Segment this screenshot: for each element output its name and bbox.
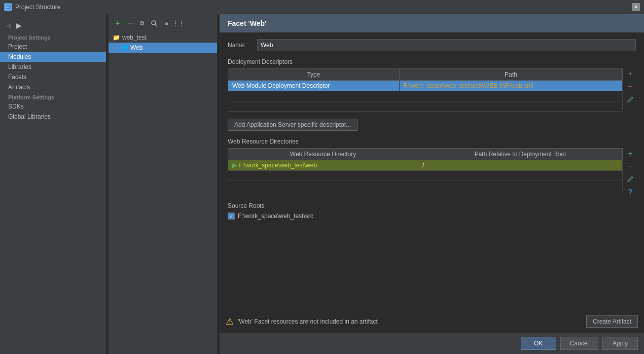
web-icon: 🌐 xyxy=(121,44,128,51)
title-bar: Project Structure ✕ xyxy=(0,0,644,14)
web-resource-col-dir: Web Resource Directory xyxy=(228,149,418,160)
apply-button[interactable]: Apply xyxy=(602,337,638,350)
sidebar: ◀ ▶ Project Settings Project Modules Lib… xyxy=(0,14,106,354)
sidebar-item-modules-label: Modules xyxy=(8,53,31,60)
copy-module-button[interactable]: ⧉ xyxy=(137,18,147,28)
content-body: Name: Deployment Descriptors Type Path xyxy=(220,33,644,310)
platform-settings-label: Platform Settings xyxy=(0,92,106,101)
deployment-col-type: Type xyxy=(228,69,400,81)
tree-item-web_test-label: web_test xyxy=(122,34,147,41)
sidebar-item-project[interactable]: Project xyxy=(0,42,106,52)
facet-title: Facet 'Web' xyxy=(228,19,266,27)
tree-panel: + − ⧉ ≡ ⋮⋮ 📁 web_test xyxy=(109,14,218,354)
web-resource-col-path: Path Relative to Deployment Root xyxy=(418,149,623,160)
deployment-table-container: Type Path Web Module Deployment Descript… xyxy=(228,68,623,114)
remove-module-button[interactable]: − xyxy=(125,18,135,28)
sidebar-item-artifacts[interactable]: Artifacts xyxy=(0,82,106,92)
bottom-bar: OK Cancel Apply xyxy=(220,332,644,354)
web-resource-empty-row2 xyxy=(228,181,623,191)
nav-arrows: ◀ ▶ xyxy=(0,18,106,32)
ok-button[interactable]: OK xyxy=(521,337,556,350)
web-resource-section-label: Web Resource Directories xyxy=(228,138,636,145)
sidebar-item-project-label: Project xyxy=(8,43,27,50)
search-module-button[interactable] xyxy=(149,18,159,28)
svg-rect-2 xyxy=(6,7,9,8)
tree-item-web-label: Web xyxy=(130,44,142,51)
sidebar-item-libraries[interactable]: Libraries xyxy=(0,62,106,72)
sidebar-item-sdks[interactable]: SDKs xyxy=(0,101,106,112)
tree-item-web[interactable]: 🌐 Web xyxy=(109,43,217,53)
source-root-checkbox[interactable]: ✓ xyxy=(228,213,235,220)
sidebar-item-global-libraries-label: Global Libraries xyxy=(8,113,51,120)
source-root-row: ✓ F:\work_space\web_test\src xyxy=(228,213,636,220)
project-settings-label: Project Settings xyxy=(0,32,106,42)
deployment-empty-row2 xyxy=(228,101,623,112)
source-root-path: F:\work_space\web_test\src xyxy=(238,213,313,220)
svg-point-4 xyxy=(152,21,156,25)
add-server-descriptor-button[interactable]: Add Application Server specific descript… xyxy=(228,119,357,131)
web-resource-empty-row xyxy=(228,171,623,181)
web-resource-path-cell: / xyxy=(418,160,623,171)
add-module-button[interactable]: + xyxy=(113,18,123,28)
web-resource-remove-button[interactable]: − xyxy=(625,161,636,172)
deployment-remove-button[interactable]: − xyxy=(625,81,636,92)
name-input[interactable] xyxy=(257,39,636,51)
tree-item-web_test[interactable]: 📁 web_test xyxy=(109,32,217,43)
create-artifact-button[interactable]: Create Artifact xyxy=(586,315,638,328)
sidebar-item-libraries-label: Libraries xyxy=(8,63,31,70)
deployment-edit-button[interactable] xyxy=(625,94,636,105)
name-row: Name: xyxy=(228,39,636,51)
warning-icon: ⚠ xyxy=(226,316,234,327)
tree-toolbar: + − ⧉ ≡ ⋮⋮ xyxy=(109,16,217,32)
sort-button[interactable]: ≡ xyxy=(161,18,171,28)
sidebar-item-global-libraries[interactable]: Global Libraries xyxy=(0,112,106,122)
deployment-type-cell: Web Module Deployment Descriptor xyxy=(228,81,400,91)
web-resource-help-button[interactable]: ? xyxy=(625,186,636,197)
sidebar-item-sdks-label: SDKs xyxy=(8,103,24,110)
warning-left: ⚠ 'Web' Facet resources are not included… xyxy=(226,316,378,327)
web-resource-table: Web Resource Directory Path Relative to … xyxy=(228,148,623,191)
facet-header: Facet 'Web' xyxy=(220,14,644,33)
sidebar-item-artifacts-label: Artifacts xyxy=(8,84,30,91)
close-button[interactable]: ✕ xyxy=(632,3,640,11)
warning-text: 'Web' Facet resources are not included i… xyxy=(238,318,378,325)
sidebar-item-facets[interactable]: Facets xyxy=(0,72,106,82)
warning-bar: ⚠ 'Web' Facet resources are not included… xyxy=(220,310,644,332)
web-resource-table-container: Web Resource Directory Path Relative to … xyxy=(228,148,623,197)
svg-line-5 xyxy=(156,25,158,27)
web-resource-row[interactable]: ▶ F:\work_space\web_test\web / xyxy=(228,160,623,171)
name-label: Name: xyxy=(228,42,253,49)
cancel-button[interactable]: Cancel xyxy=(560,337,598,350)
folder-icon: 📁 xyxy=(113,34,120,41)
deployment-path-cell: F:\work_space\web_test\web\WEB-INF\web.x… xyxy=(399,81,622,91)
source-roots-label: Source Roots xyxy=(228,202,636,209)
deployment-table: Type Path Web Module Deployment Descript… xyxy=(228,68,623,112)
content-panel: Facet 'Web' Name: Deployment Descriptors… xyxy=(220,14,644,354)
settings-button[interactable]: ⋮⋮ xyxy=(173,18,184,28)
sidebar-item-facets-label: Facets xyxy=(8,74,26,81)
deployment-col-path: Path xyxy=(399,69,622,81)
svg-rect-3 xyxy=(6,9,9,10)
deployment-section-label: Deployment Descriptors xyxy=(228,58,636,65)
deployment-side-buttons: + − xyxy=(625,68,636,114)
title-bar-text: Project Structure xyxy=(15,4,632,11)
sidebar-item-modules[interactable]: Modules xyxy=(0,52,106,62)
web-resource-dir-cell: ▶ F:\work_space\web_test\web xyxy=(228,160,418,171)
web-resource-side-buttons: + − ? xyxy=(625,148,636,197)
web-resource-table-section: Web Resource Directory Path Relative to … xyxy=(228,148,636,197)
deployment-row[interactable]: Web Module Deployment Descriptor F:\work… xyxy=(228,81,623,91)
forward-button[interactable]: ▶ xyxy=(15,20,23,30)
deployment-table-section: Type Path Web Module Deployment Descript… xyxy=(228,68,636,114)
app-icon xyxy=(4,3,12,11)
svg-rect-1 xyxy=(6,6,10,7)
back-button[interactable]: ◀ xyxy=(4,20,13,30)
source-roots-section: Source Roots ✓ F:\work_space\web_test\sr… xyxy=(228,202,636,220)
web-resource-edit-button[interactable] xyxy=(625,173,636,185)
deployment-empty-row xyxy=(228,91,623,101)
web-resource-add-button[interactable]: + xyxy=(625,148,636,159)
deployment-add-button[interactable]: + xyxy=(625,68,636,80)
